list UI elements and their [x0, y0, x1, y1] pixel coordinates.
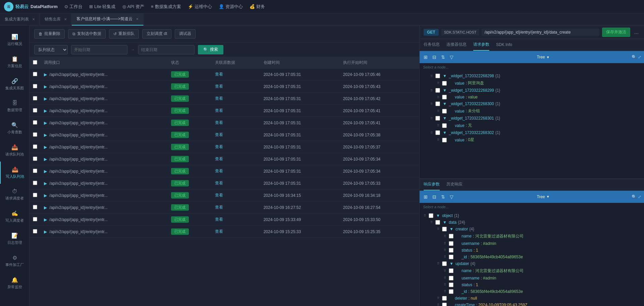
queue-table-container[interactable]: 调用接口 状态 关联原数据 创建时间 执行开始时间 ▶ /api/v2/app/…: [30, 57, 419, 306]
node-cb-3[interactable]: [442, 95, 447, 99]
resp-expand-2[interactable]: ▼: [449, 227, 453, 231]
save-activate-button[interactable]: 保存并激活: [602, 28, 630, 37]
req-tree-node-1[interactable]: ⠿value: 阿里询盘: [420, 79, 644, 87]
node-cb-2[interactable]: [435, 88, 440, 93]
sidebar-item-log-management[interactable]: 📝 日志管理: [0, 228, 29, 250]
resp-tree-node-5[interactable]: ⠿status: 1: [420, 247, 644, 254]
req-tree-expand-all[interactable]: ⊞: [422, 54, 429, 60]
resp-node-cb-8[interactable]: [449, 268, 453, 273]
sidebar-item-plan-info[interactable]: 📋 方案信息: [0, 51, 29, 73]
sidebar-item-data-management[interactable]: 🗄 数据管理: [0, 95, 29, 117]
sidebar-item-write-scheduler[interactable]: ✍ 写入调度者: [0, 206, 29, 228]
resp-tree-expand-all[interactable]: ⊞: [422, 193, 429, 200]
tab-connector-info[interactable]: 连接器信息: [446, 39, 467, 51]
resp-node-cb-3[interactable]: [449, 234, 453, 238]
resp-tree-node-8[interactable]: ⠿name: 河北雷曼过滤器材有限公司: [420, 267, 644, 275]
related-link-4[interactable]: 查看: [215, 120, 223, 125]
row-related-6[interactable]: 查看: [212, 141, 260, 153]
node-cb-5[interactable]: [442, 109, 447, 114]
start-date-input[interactable]: [71, 45, 127, 54]
search-button[interactable]: 🔍 搜索: [198, 45, 223, 54]
req-tree-node-9[interactable]: ⠿value: 0星: [420, 136, 644, 144]
row-checkbox-0[interactable]: [33, 72, 37, 76]
expand-8[interactable]: ▼: [443, 130, 447, 135]
resp-node-cb-0[interactable]: [429, 213, 433, 218]
tab-customer-info-close[interactable]: ✕: [136, 17, 139, 21]
resp-node-cb-11[interactable]: [449, 289, 453, 294]
request-tree-content[interactable]: ⠿▼_widget_1720322268298 {1}⠿value: 阿里询盘⠿…: [420, 71, 644, 178]
row-checkbox-7[interactable]: [33, 157, 37, 161]
row-checkbox-2[interactable]: [33, 96, 37, 100]
tab-request-params[interactable]: 请求参数: [473, 39, 489, 51]
row-related-13[interactable]: 查看: [212, 226, 260, 238]
nav-resources[interactable]: 👤 资源中心: [219, 4, 243, 10]
response-tab-params[interactable]: 响应参数: [424, 179, 440, 190]
related-link-13[interactable]: 查看: [215, 229, 223, 234]
row-related-11[interactable]: 查看: [212, 202, 260, 214]
row-checkbox-13[interactable]: [33, 229, 37, 233]
tab-sales-outbound[interactable]: 销售出库 ✕: [40, 13, 72, 26]
related-link-10[interactable]: 查看: [215, 193, 223, 198]
select-all-checkbox[interactable]: [33, 60, 37, 64]
req-tree-node-8[interactable]: ⠿▼_widget_1720322268302 {1}: [420, 129, 644, 136]
sidebar-item-event-factory[interactable]: ⚙ 事件加工厂: [0, 250, 29, 272]
resp-tree-sort[interactable]: ⇅: [440, 193, 446, 200]
row-related-8[interactable]: 查看: [212, 165, 260, 177]
tab-integration-list[interactable]: 集成方案列表 ✕: [0, 13, 40, 26]
resp-tree-node-1[interactable]: ⠿▼data {24}: [420, 219, 644, 226]
resp-tree-node-6[interactable]: ⠿_id: 58365bf4e49cb4054a89653e: [420, 254, 644, 260]
row-related-10[interactable]: 查看: [212, 189, 260, 202]
queue-status-filter[interactable]: 队列状态: [34, 45, 68, 54]
row-checkbox-10[interactable]: [33, 193, 37, 197]
node-cb-6[interactable]: [435, 116, 440, 121]
expand-6[interactable]: ▼: [443, 116, 447, 121]
req-tree-collapse-all[interactable]: ⊟: [431, 54, 438, 60]
row-checkbox-12[interactable]: [33, 217, 37, 221]
resp-expand-icon[interactable]: ⤢: [638, 194, 641, 199]
node-cb-1[interactable]: [442, 81, 447, 86]
nav-data-integration[interactable]: ≡ 数据集成方案: [151, 4, 181, 10]
sidebar-item-exception-monitor[interactable]: 🔔 异常监控: [0, 272, 29, 294]
debugger-button[interactable]: 调试器: [175, 29, 196, 39]
tab-integration-list-close[interactable]: ✕: [32, 17, 35, 21]
sidebar-item-integration-graph[interactable]: 🔗 集成关系图: [0, 73, 29, 95]
req-expand-icon[interactable]: ⤢: [638, 55, 641, 59]
app-logo[interactable]: 云 轻易云 DataPlatform: [4, 2, 58, 11]
resp-expand-1[interactable]: ▼: [443, 220, 447, 225]
row-related-1[interactable]: 查看: [212, 81, 260, 93]
resp-node-cb-5[interactable]: [449, 248, 453, 253]
sidebar-item-write-queue[interactable]: 📤 写入队列池: [0, 162, 29, 184]
related-link-1[interactable]: 查看: [215, 84, 223, 89]
row-checkbox-8[interactable]: [33, 169, 37, 173]
resp-tree-collapse-all[interactable]: ⊟: [431, 193, 438, 200]
tab-customer-info[interactable]: 客户信息对接-小满——>简道云 ✕: [72, 13, 144, 26]
more-button[interactable]: ...: [633, 29, 640, 35]
expand-2[interactable]: ▼: [443, 88, 447, 93]
resp-node-cb-2[interactable]: [442, 227, 447, 231]
resp-tree-node-12[interactable]: ⠿deleter: null: [420, 295, 644, 302]
expand-4[interactable]: ▼: [443, 101, 447, 106]
tab-sales-outbound-close[interactable]: ✕: [64, 17, 67, 21]
resp-tree-node-3[interactable]: ⠿name: 河北雷曼过滤器材有限公司: [420, 232, 644, 240]
req-tree-node-5[interactable]: ⠿value: 未分组: [420, 107, 644, 115]
req-tree-node-7[interactable]: ⠿value: 无: [420, 122, 644, 129]
row-checkbox-6[interactable]: [33, 144, 37, 149]
related-link-0[interactable]: 查看: [215, 72, 223, 77]
resp-node-cb-7[interactable]: [442, 261, 447, 266]
resp-node-cb-4[interactable]: [449, 241, 453, 246]
related-link-7[interactable]: 查看: [215, 157, 223, 161]
resp-node-cb-13[interactable]: [442, 303, 447, 306]
resp-expand-7[interactable]: ▼: [449, 261, 453, 266]
nav-finance[interactable]: 💰 财务: [250, 4, 265, 10]
resp-tree-filter[interactable]: ▽: [448, 193, 455, 200]
nav-lite[interactable]: ⊞ Lite 轻集成: [89, 4, 116, 10]
end-date-input[interactable]: [138, 45, 195, 54]
node-cb-9[interactable]: [442, 138, 447, 142]
resp-tree-node-4[interactable]: ⠿username: #admin: [420, 240, 644, 247]
resp-node-cb-10[interactable]: [449, 282, 453, 287]
req-tree-node-4[interactable]: ⠿▼_widget_1720322268300 {1}: [420, 100, 644, 107]
resp-tree-node-7[interactable]: ⠿▼updater {4}: [420, 260, 644, 267]
req-tree-filter[interactable]: ▽: [448, 54, 455, 60]
resp-tree-node-10[interactable]: ⠿status: 1: [420, 281, 644, 288]
row-related-12[interactable]: 查看: [212, 214, 260, 226]
